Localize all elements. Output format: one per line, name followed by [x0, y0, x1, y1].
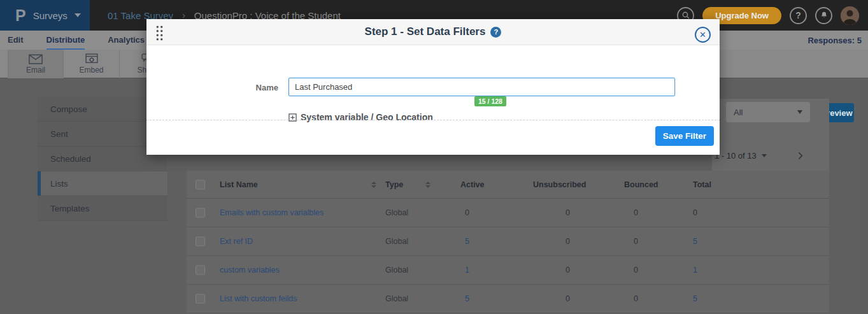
- sidebar-item-label: Scheduled: [50, 154, 91, 164]
- surveys-menu[interactable]: P Surveys: [0, 0, 90, 31]
- bounced-count: 0: [634, 237, 638, 246]
- row-checkbox[interactable]: [196, 266, 205, 275]
- unsubscribed-count: 0: [566, 208, 570, 217]
- list-filter-panel: All 1 - 10 of 13: [712, 99, 829, 171]
- save-filter-button[interactable]: Save Filter: [655, 126, 714, 146]
- notifications-button[interactable]: [815, 7, 832, 24]
- header-active: Active: [460, 180, 485, 189]
- type-filter-value: All: [734, 108, 743, 117]
- chevron-down-icon: [75, 13, 81, 17]
- select-all-checkbox[interactable]: [196, 180, 205, 189]
- active-count[interactable]: 5: [465, 237, 469, 246]
- tab-analytics[interactable]: Analytics: [108, 31, 145, 50]
- active-count[interactable]: 5: [465, 294, 469, 303]
- list-type: Global: [385, 266, 408, 275]
- row-checkbox[interactable]: [196, 294, 205, 304]
- table-header-row: List Name Type Active Unsubscribed Bounc…: [187, 171, 829, 199]
- surveys-menu-label: Surveys: [33, 10, 68, 21]
- sidebar-item-label: Sent: [50, 129, 68, 139]
- tab-edit[interactable]: Edit: [8, 31, 24, 50]
- table-row: custom variables Global 1 0 0 1: [187, 256, 829, 285]
- user-avatar[interactable]: [841, 6, 859, 25]
- sort-icon[interactable]: [425, 182, 430, 188]
- modal-footer-divider: [146, 120, 720, 120]
- header-type[interactable]: Type: [385, 180, 403, 189]
- tab-distribute[interactable]: Distribute: [46, 31, 85, 50]
- toolbar-item-email[interactable]: Email: [8, 50, 64, 78]
- bell-icon: [820, 11, 829, 20]
- total-count[interactable]: 5: [693, 294, 697, 303]
- chevron-down-icon: [797, 110, 802, 114]
- sidebar-item-lists[interactable]: Lists: [38, 171, 167, 196]
- page-size-caret-icon[interactable]: [762, 154, 767, 157]
- filter-name-input[interactable]: [288, 78, 675, 96]
- app-screen: P Surveys 01 Take Survey › QuestionPro :…: [0, 0, 868, 314]
- list-name-link[interactable]: custom variables: [220, 266, 280, 275]
- set-data-filters-modal: Step 1 - Set Data Filters ? ✕ Name 15 / …: [146, 19, 720, 155]
- name-field-label: Name: [146, 83, 278, 92]
- table-row: Ext ref ID Global 5 0 0 5: [187, 227, 829, 256]
- system-variable-toggle[interactable]: System variable / Geo Location: [288, 112, 433, 122]
- header-unsubscribed: Unsubscribed: [533, 180, 586, 189]
- char-counter-badge: 15 / 128: [474, 96, 506, 106]
- unsubscribed-count: 0: [566, 294, 570, 303]
- total-count[interactable]: 1: [693, 266, 697, 275]
- table-row: List with custom feilds Global 5 0 0 5: [187, 285, 829, 313]
- modal-header: Step 1 - Set Data Filters ? ✕: [146, 19, 720, 45]
- header-total: Total: [693, 180, 711, 189]
- list-type: Global: [385, 294, 408, 303]
- chevron-right-icon: [795, 150, 806, 161]
- list-name-link[interactable]: Ext ref ID: [220, 237, 253, 246]
- list-name-link[interactable]: Emails with custom varialbles: [220, 208, 324, 217]
- toolbar-item-label: Email: [26, 66, 45, 75]
- embed-icon: [85, 54, 98, 64]
- pagination-range: 1 - 10 of 13: [715, 151, 757, 161]
- sidebar-item-label: Compose: [50, 104, 87, 114]
- modal-title: Step 1 - Set Data Filters: [365, 25, 486, 38]
- total-count[interactable]: 5: [693, 237, 697, 246]
- sidebar-item-label: Templates: [50, 204, 90, 213]
- email-lists-table: List Name Type Active Unsubscribed Bounc…: [187, 171, 829, 314]
- total-count: 0: [693, 208, 697, 217]
- close-icon[interactable]: ✕: [695, 27, 711, 43]
- system-variable-label: System variable / Geo Location: [301, 112, 433, 122]
- list-name-link[interactable]: List with custom feilds: [220, 294, 297, 303]
- avatar-photo: [841, 6, 859, 25]
- table-row: Emails with custom varialbles Global 0 0…: [187, 199, 829, 227]
- list-type: Global: [385, 208, 408, 217]
- envelope-icon: [29, 54, 43, 64]
- active-count: 0: [465, 208, 469, 217]
- pagination: 1 - 10 of 13: [715, 150, 806, 161]
- drag-handle-icon[interactable]: [155, 25, 164, 41]
- header-list-name[interactable]: List Name: [220, 180, 258, 189]
- bounced-count: 0: [634, 266, 638, 275]
- toolbar-item-label: Embed: [79, 66, 103, 75]
- type-filter-dropdown[interactable]: All: [726, 102, 810, 122]
- toolbar-item-embed[interactable]: Embed: [64, 50, 120, 78]
- bounced-count: 0: [634, 294, 638, 303]
- unsubscribed-count: 0: [566, 266, 570, 275]
- search-icon: [681, 11, 690, 20]
- help-button[interactable]: ?: [790, 7, 807, 24]
- sidebar-item-templates[interactable]: Templates: [38, 196, 167, 221]
- sidebar-item-label: Lists: [50, 179, 68, 189]
- modal-help-icon[interactable]: ?: [490, 27, 501, 38]
- row-checkbox[interactable]: [196, 208, 205, 218]
- active-count[interactable]: 1: [465, 266, 469, 275]
- active-indicator: [38, 171, 41, 196]
- next-page-button[interactable]: [795, 150, 806, 161]
- responses-count: Responses: 5: [808, 31, 862, 50]
- list-type: Global: [385, 237, 408, 246]
- header-bounced: Bounced: [624, 180, 658, 189]
- unsubscribed-count: 0: [566, 237, 570, 246]
- sort-icon[interactable]: [371, 182, 376, 188]
- questionpro-logo: P: [15, 8, 26, 24]
- bounced-count: 0: [634, 208, 638, 217]
- row-checkbox[interactable]: [196, 237, 205, 246]
